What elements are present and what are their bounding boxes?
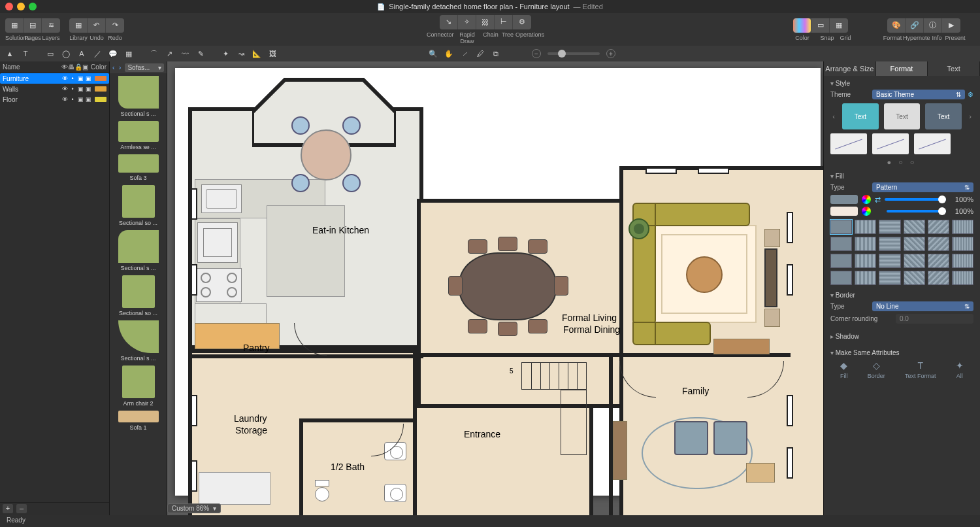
- sofa-top[interactable]: [652, 203, 750, 226]
- library-nav-arrows[interactable]: ‹ ›: [112, 64, 122, 71]
- rapid-draw-button[interactable]: ✧: [458, 15, 476, 29]
- zoom-in-button[interactable]: +: [606, 49, 615, 58]
- library-dropdown[interactable]: Sofas...▾: [125, 63, 164, 72]
- pattern-swatch[interactable]: [855, 220, 876, 234]
- pattern-swatch[interactable]: [855, 237, 876, 251]
- pattern-swatch[interactable]: [904, 254, 925, 268]
- library-item[interactable]: Sectional s ...: [112, 76, 164, 117]
- arc-tool[interactable]: ⌒: [146, 48, 161, 60]
- dining-chair[interactable]: [528, 319, 547, 333]
- color-wheel-icon[interactable]: [862, 195, 871, 204]
- tab-text[interactable]: Text: [928, 61, 980, 76]
- theme-next[interactable]: ›: [967, 112, 973, 120]
- library-item[interactable]: Sofa 1: [112, 411, 164, 431]
- page[interactable]: Eat-in Kitchen Pantry Laundry Storage 1/…: [175, 68, 821, 496]
- section-border[interactable]: Border: [830, 292, 973, 299]
- eyedropper-tool[interactable]: ⟋: [457, 48, 472, 60]
- pattern-swatch[interactable]: [879, 220, 900, 234]
- pattern-swatch[interactable]: [855, 271, 876, 285]
- callout-tool[interactable]: 💬: [106, 48, 120, 60]
- family-chair[interactable]: [674, 421, 708, 455]
- bath-sink[interactable]: [384, 484, 406, 502]
- library-item[interactable]: Sectional s ...: [112, 230, 164, 271]
- corner-rounding-input[interactable]: 0.0: [896, 314, 973, 324]
- pattern-swatch[interactable]: [952, 254, 973, 268]
- tree-button[interactable]: ⊢: [495, 15, 513, 29]
- undo-button[interactable]: ↶: [88, 18, 106, 33]
- tv-unit[interactable]: [764, 248, 777, 307]
- theme-settings-icon[interactable]: ⚙: [968, 91, 973, 98]
- layer-row[interactable]: Furniture👁•▣▣: [0, 73, 109, 84]
- measure-tool[interactable]: 📐: [250, 48, 264, 60]
- sofa-corner[interactable]: [632, 322, 656, 345]
- kitchen-chair[interactable]: [291, 174, 310, 192]
- theme-select[interactable]: Basic Theme⇅: [872, 90, 965, 99]
- kitchen-chair[interactable]: [342, 116, 361, 135]
- zoom-out-button[interactable]: −: [532, 49, 541, 58]
- library-item[interactable]: Sofa 3: [112, 154, 164, 181]
- pattern-swatch[interactable]: [952, 237, 973, 251]
- toilet[interactable]: [314, 480, 331, 502]
- msa-border[interactable]: ◇Border: [868, 360, 885, 379]
- kitchen-sink[interactable]: [201, 184, 242, 213]
- section-style[interactable]: Style: [830, 80, 973, 87]
- zoom-tool[interactable]: 🔍: [426, 48, 440, 60]
- add-layer-button[interactable]: +: [3, 504, 13, 513]
- msa-all[interactable]: ✦All: [956, 360, 964, 379]
- stairs-upper[interactable]: [521, 362, 587, 390]
- layers-button[interactable]: ≋: [42, 18, 60, 33]
- library-item[interactable]: Sectional so ...: [112, 275, 164, 316]
- rect-tool[interactable]: ▭: [43, 48, 57, 60]
- stairs-lower[interactable]: [561, 390, 587, 455]
- section-shadow[interactable]: Shadow: [830, 333, 973, 340]
- library-item[interactable]: Sectional s ...: [112, 320, 164, 362]
- pattern-swatch[interactable]: [904, 271, 925, 285]
- library-item[interactable]: Sectional so ...: [112, 185, 164, 226]
- kitchen-table[interactable]: [301, 129, 351, 180]
- redo-button[interactable]: ↷: [106, 18, 124, 33]
- color-wheel-icon[interactable]: [862, 207, 871, 216]
- speaker[interactable]: [764, 229, 780, 247]
- side-table[interactable]: [746, 463, 775, 483]
- present-button[interactable]: ▶: [942, 18, 960, 33]
- theme-prev[interactable]: ‹: [830, 112, 837, 120]
- chain-button[interactable]: ⛓: [476, 15, 495, 29]
- tab-arrange[interactable]: Arrange & Size: [824, 61, 876, 76]
- grid-button[interactable]: ▦: [830, 18, 848, 33]
- pattern-swatch[interactable]: [855, 254, 876, 268]
- pattern-swatch[interactable]: [928, 237, 949, 251]
- zoom-slider[interactable]: [547, 52, 600, 55]
- pattern-swatch[interactable]: [830, 254, 852, 268]
- canvas[interactable]: Eat-in Kitchen Pantry Laundry Storage 1/…: [167, 61, 823, 515]
- theme-card[interactable]: Text: [925, 103, 962, 129]
- zoom-control[interactable]: Custom 86%▾: [167, 503, 221, 513]
- connector-button[interactable]: ↘: [440, 15, 458, 29]
- pen-tool[interactable]: ✎: [193, 48, 208, 60]
- table-tool[interactable]: ▦: [122, 48, 136, 60]
- library-item[interactable]: Arm chair 2: [112, 366, 164, 407]
- pattern-swatch[interactable]: [904, 237, 925, 251]
- layer-row[interactable]: Walls👁•▣▣: [0, 84, 109, 94]
- library-button[interactable]: ▦: [69, 18, 88, 33]
- kitchen-island[interactable]: [267, 205, 345, 297]
- border-type-select[interactable]: No Line⇅: [872, 301, 973, 311]
- section-fill[interactable]: Fill: [830, 173, 973, 180]
- operations-button[interactable]: ⚙: [513, 15, 531, 29]
- color-button[interactable]: [793, 18, 811, 33]
- fridge[interactable]: [197, 222, 238, 263]
- dining-chair[interactable]: [498, 322, 517, 336]
- snap-button[interactable]: ▭: [811, 18, 830, 33]
- section-msa[interactable]: Make Same Attributes: [830, 349, 973, 356]
- dining-chair[interactable]: [554, 276, 568, 296]
- select-tool[interactable]: ▲: [3, 48, 17, 60]
- swap-colors-icon[interactable]: ⇄: [875, 196, 881, 204]
- pattern-swatch[interactable]: [830, 237, 852, 251]
- msa-text[interactable]: TText Format: [905, 360, 936, 379]
- minimize-window-button[interactable]: [17, 3, 25, 10]
- hypernote-button[interactable]: 🔗: [906, 18, 924, 33]
- line-tool[interactable]: ／: [90, 48, 105, 60]
- msa-fill[interactable]: ◆Fill: [840, 360, 848, 379]
- solutions-button[interactable]: ▦: [5, 18, 24, 33]
- text-tool[interactable]: T: [18, 48, 33, 60]
- washer[interactable]: [199, 472, 270, 505]
